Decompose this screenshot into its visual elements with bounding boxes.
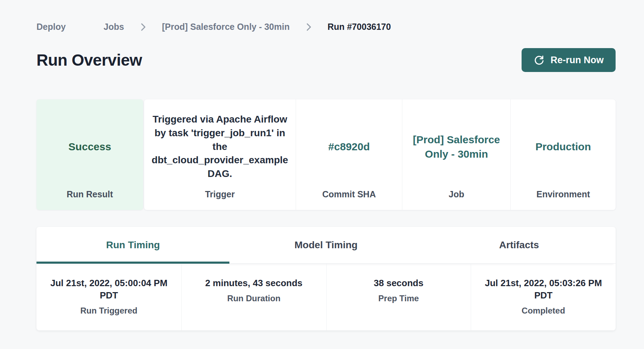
job-card: [Prod] Salesforce Only - 30min Job	[402, 99, 510, 210]
chevron-right-icon	[140, 22, 147, 32]
breadcrumb: Deploy Jobs [Prod] Salesforce Only - 30m…	[36, 22, 616, 32]
prep-time-cell: 38 seconds Prep Time	[326, 264, 471, 330]
environment-label: Environment	[536, 189, 590, 199]
prep-time-value: 38 seconds	[374, 277, 424, 289]
run-triggered-label: Run Triggered	[80, 306, 137, 316]
breadcrumb-item-deploy[interactable]: Deploy	[36, 22, 66, 32]
completed-cell: Jul 21st, 2022, 05:03:26 PM PDT Complete…	[471, 264, 616, 330]
chevron-right-icon	[81, 22, 88, 32]
page-title: Run Overview	[36, 51, 142, 70]
tab-bar: Run Timing Model Timing Artifacts	[36, 227, 616, 264]
run-overview-page: Deploy Jobs [Prod] Salesforce Only - 30m…	[36, 22, 616, 330]
environment-card: Production Environment	[510, 99, 616, 210]
rerun-now-label: Re-run Now	[551, 55, 604, 66]
commit-sha-card: #c8920d Commit SHA	[296, 99, 402, 210]
environment-link[interactable]: Production	[535, 139, 591, 154]
commit-sha-link[interactable]: #c8920d	[328, 139, 370, 154]
breadcrumb-item-current-run: Run #70036170	[328, 22, 391, 32]
completed-label: Completed	[522, 306, 565, 316]
breadcrumb-item-jobs[interactable]: Jobs	[103, 22, 124, 32]
trigger-label: Trigger	[205, 189, 235, 199]
run-result-card: Success Run Result	[36, 99, 143, 210]
chevron-right-icon	[305, 22, 312, 32]
refresh-icon	[534, 54, 545, 66]
run-duration-label: Run Duration	[227, 294, 281, 303]
trigger-card: Triggered via Apache Airflow by task 'tr…	[144, 99, 296, 210]
rerun-now-button[interactable]: Re-run Now	[522, 48, 616, 72]
run-result-value: Success	[68, 139, 111, 154]
run-triggered-value: Jul 21st, 2022, 05:00:04 PM PDT	[43, 277, 175, 302]
run-duration-value: 2 minutes, 43 seconds	[205, 277, 302, 289]
run-result-label: Run Result	[67, 189, 113, 199]
breadcrumb-item-job-name[interactable]: [Prod] Salesforce Only - 30min	[162, 22, 290, 32]
tab-artifacts[interactable]: Artifacts	[423, 227, 616, 263]
job-link[interactable]: [Prod] Salesforce Only - 30min	[412, 132, 500, 162]
tab-run-timing[interactable]: Run Timing	[36, 227, 229, 263]
run-timing-cells: Jul 21st, 2022, 05:00:04 PM PDT Run Trig…	[36, 264, 616, 330]
header-row: Run Overview Re-run Now	[36, 48, 616, 72]
job-label: Job	[449, 189, 464, 199]
completed-value: Jul 21st, 2022, 05:03:26 PM PDT	[478, 277, 609, 302]
run-triggered-cell: Jul 21st, 2022, 05:00:04 PM PDT Run Trig…	[36, 264, 181, 330]
run-duration-cell: 2 minutes, 43 seconds Run Duration	[181, 264, 326, 330]
commit-sha-label: Commit SHA	[322, 189, 376, 199]
prep-time-label: Prep Time	[378, 294, 419, 303]
tab-model-timing[interactable]: Model Timing	[229, 227, 422, 263]
trigger-value: Triggered via Apache Airflow by task 'tr…	[151, 113, 289, 180]
run-details-panel: Run Timing Model Timing Artifacts Jul 21…	[36, 227, 616, 330]
summary-card-group: Triggered via Apache Airflow by task 'tr…	[144, 99, 616, 210]
run-summary-cards: Success Run Result Triggered via Apache …	[36, 99, 616, 210]
